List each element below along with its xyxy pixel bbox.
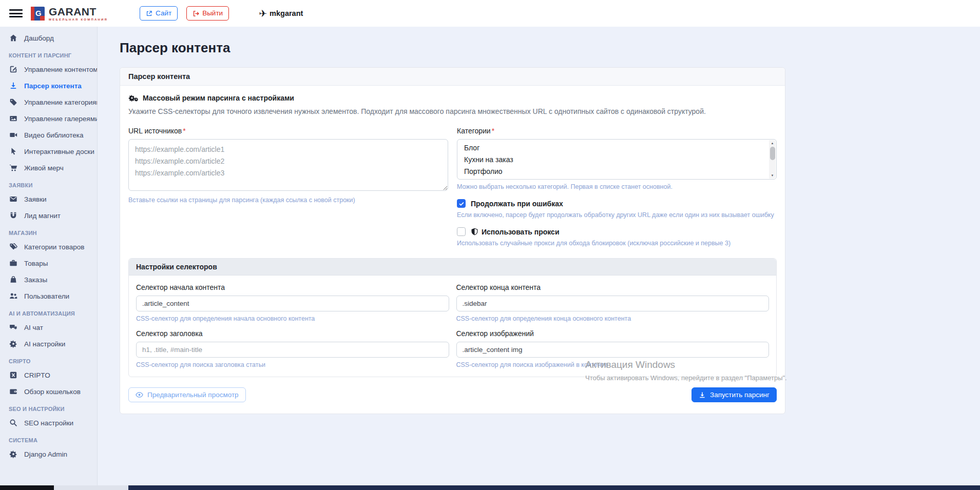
sidebar-section: КОНТЕНТ И ПАРСИНГ bbox=[0, 46, 97, 61]
topbar: G GARANT МЕБЕЛЬНАЯ КОМПАНИЯ Сайт Выйти ✈… bbox=[0, 0, 980, 27]
plane-icon: ✈ bbox=[259, 9, 267, 18]
download-icon bbox=[699, 391, 706, 399]
continue-on-errors-checkbox[interactable] bbox=[457, 199, 466, 208]
home-icon bbox=[9, 34, 18, 42]
tag-icon bbox=[9, 98, 18, 106]
url-field-help: Вставьте ссылки на страницы для парсинга… bbox=[128, 197, 448, 204]
eye-icon bbox=[136, 391, 143, 399]
images-selector-input[interactable] bbox=[456, 342, 770, 358]
video-icon bbox=[9, 131, 18, 139]
brand-name: GARANT bbox=[49, 6, 108, 17]
gear-icon bbox=[9, 340, 18, 348]
wallet-icon bbox=[9, 387, 18, 396]
sidebar-section: SEO И НАСТРОЙКИ bbox=[0, 400, 97, 415]
card-header: Парсер контента bbox=[120, 68, 785, 86]
content-end-selector-help: CSS-селектор для определения конца основ… bbox=[456, 315, 770, 322]
sidebar-item-video[interactable]: Видео библиотека bbox=[0, 127, 97, 143]
content-start-selector-label: Селектор начала контента bbox=[136, 283, 449, 291]
content-start-selector-help: CSS-селектор для определения начала осно… bbox=[136, 315, 449, 322]
sidebar-item-tags[interactable]: Категории товаров bbox=[0, 239, 97, 255]
content-start-selector-input[interactable] bbox=[136, 296, 449, 311]
parser-card: Парсер контента Массовый режим парсинга … bbox=[120, 67, 785, 414]
sidebar: ДашбордКОНТЕНТ И ПАРСИНГУправление конте… bbox=[0, 27, 98, 490]
taskbar-sliver bbox=[0, 485, 980, 490]
listbox-scrollbar[interactable]: ▲ ▼ bbox=[769, 140, 776, 179]
selectors-card: Настройки селекторов Селектор начала кон… bbox=[128, 258, 777, 377]
external-link-icon bbox=[146, 10, 152, 17]
menu-toggle-icon[interactable] bbox=[9, 9, 23, 17]
category-option[interactable]: Шкафы купе bbox=[457, 178, 776, 180]
sidebar-item-envelope[interactable]: Заявки bbox=[0, 191, 97, 207]
sidebar-item-bag[interactable]: Заказы bbox=[0, 271, 97, 288]
sidebar-item-cart[interactable]: Живой мерч bbox=[0, 160, 97, 176]
title-selector-label: Селектор заголовка bbox=[136, 329, 449, 338]
sidebar-item-tag[interactable]: Управление категориями bbox=[0, 94, 97, 110]
use-proxy-help: Использовать случайные прокси для обхода… bbox=[457, 240, 777, 247]
bag-icon bbox=[9, 276, 18, 284]
sidebar-item-box[interactable]: Товары bbox=[0, 255, 97, 271]
sidebar-item-search[interactable]: SEO настройки bbox=[0, 415, 97, 431]
categories-field-help: Можно выбрать несколько категорий. Перва… bbox=[457, 183, 777, 190]
page-title: Парсер контента bbox=[120, 40, 980, 56]
sidebar-item-gear[interactable]: Django Admin bbox=[0, 446, 97, 462]
sidebar-nav: ДашбордКОНТЕНТ И ПАРСИНГУправление конте… bbox=[0, 30, 97, 462]
gallery-icon bbox=[9, 114, 18, 123]
sidebar-item-crypto[interactable]: CRIPTO bbox=[0, 367, 97, 383]
sidebar-item-users[interactable]: Пользователи bbox=[0, 288, 97, 304]
required-asterisk: * bbox=[183, 127, 185, 135]
magnet-icon bbox=[9, 211, 18, 220]
brand-tagline: МЕБЕЛЬНАЯ КОМПАНИЯ bbox=[49, 18, 108, 21]
checkmark-icon bbox=[458, 201, 465, 207]
sidebar-item-edit[interactable]: Управление контентом bbox=[0, 61, 97, 77]
sidebar-item-magnet[interactable]: Лид магнит bbox=[0, 207, 97, 224]
category-option[interactable]: Блог bbox=[457, 142, 776, 153]
sidebar-section: ЗАЯВКИ bbox=[0, 176, 97, 191]
sidebar-item-chat[interactable]: AI чат bbox=[0, 319, 97, 336]
category-option[interactable]: Кухни на заказ bbox=[457, 153, 776, 165]
shield-icon bbox=[471, 228, 478, 236]
sidebar-section: AI И АВТОМАТИЗАЦИЯ bbox=[0, 304, 97, 319]
continue-on-errors-help: Если включено, парсер будет продолжать о… bbox=[457, 211, 777, 219]
sidebar-section: CRIPTO bbox=[0, 352, 97, 367]
username: mkgarant bbox=[270, 9, 303, 17]
cogs-icon bbox=[128, 94, 139, 102]
sidebar-item-cursor[interactable]: Интерактивные доски bbox=[0, 143, 97, 160]
sidebar-item-wallet[interactable]: Обзор кошельков bbox=[0, 383, 97, 400]
gear-icon bbox=[9, 450, 18, 458]
title-selector-input[interactable] bbox=[136, 342, 449, 358]
site-button[interactable]: Сайт bbox=[140, 6, 178, 21]
scrollbar-thumb[interactable] bbox=[770, 147, 775, 160]
title-selector-help: CSS-селектор для поиска заголовка статьи bbox=[136, 361, 449, 368]
sidebar-item-gear[interactable]: AI настройки bbox=[0, 336, 97, 352]
categories-listbox[interactable]: БлогКухни на заказПортфолиоШкафы купе ▲ … bbox=[457, 139, 777, 180]
crypto-icon bbox=[9, 371, 18, 379]
user-menu[interactable]: ✈ mkgarant bbox=[259, 9, 303, 18]
logout-button[interactable]: Выйти bbox=[186, 6, 229, 21]
cursor-icon bbox=[9, 147, 18, 155]
sidebar-item-home[interactable]: Дашборд bbox=[0, 30, 97, 46]
use-proxy-label[interactable]: Использовать прокси bbox=[471, 228, 560, 236]
sidebar-item-download[interactable]: Парсер контента bbox=[0, 77, 97, 94]
images-selector-label: Селектор изображений bbox=[456, 329, 770, 338]
sidebar-section: МАГАЗИН bbox=[0, 224, 97, 239]
chat-icon bbox=[9, 323, 18, 331]
tags-icon bbox=[9, 243, 18, 251]
cart-icon bbox=[9, 164, 18, 172]
sidebar-item-gallery[interactable]: Управление галереями bbox=[0, 110, 97, 127]
brand-logo-icon: G bbox=[31, 7, 45, 21]
preview-button[interactable]: Предварительный просмотр bbox=[128, 387, 246, 402]
mode-title: Массовый режим парсинга с настройками bbox=[128, 94, 777, 102]
edit-icon bbox=[9, 65, 18, 73]
required-asterisk: * bbox=[492, 127, 494, 135]
url-sources-input[interactable] bbox=[128, 139, 448, 191]
scroll-down-icon[interactable]: ▼ bbox=[769, 172, 776, 179]
search-icon bbox=[9, 419, 18, 427]
use-proxy-checkbox[interactable] bbox=[457, 227, 466, 236]
selectors-card-header: Настройки селекторов bbox=[129, 259, 776, 276]
category-option[interactable]: Портфолио bbox=[457, 166, 776, 178]
run-parsing-button[interactable]: Запустить парсинг bbox=[691, 387, 777, 402]
content-end-selector-input[interactable] bbox=[456, 296, 770, 311]
users-icon bbox=[9, 292, 18, 300]
continue-on-errors-label[interactable]: Продолжать при ошибках bbox=[471, 200, 563, 208]
scroll-up-icon[interactable]: ▲ bbox=[769, 140, 776, 146]
